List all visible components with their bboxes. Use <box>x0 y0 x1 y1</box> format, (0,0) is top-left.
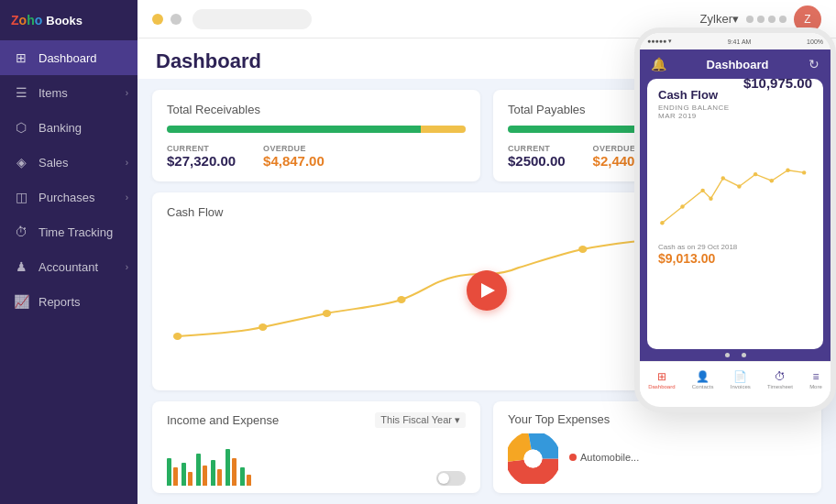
income-expense-header: Income and Expense This Fiscal Year ▾ <box>167 412 466 428</box>
topbar-search[interactable] <box>192 9 312 29</box>
phone-chart <box>658 127 812 237</box>
svg-point-18 <box>754 172 757 176</box>
svg-point-14 <box>700 189 704 192</box>
bar-orange <box>188 472 192 486</box>
svg-point-13 <box>680 204 684 208</box>
sidebar-item-label: Banking <box>38 121 82 135</box>
dashboard-icon: ⊞ <box>13 49 29 66</box>
bar-group-1 <box>167 458 178 486</box>
phone-cash-amount: $9,013.00 <box>658 251 812 266</box>
toggle-container <box>436 471 466 486</box>
phone-nav-timesheet-icon: ⏱ <box>775 370 786 383</box>
bar-green <box>211 460 215 486</box>
phone-nav-timesheet-label: Timesheet <box>767 384 793 389</box>
fiscal-filter[interactable]: This Fiscal Year ▾ <box>375 412 466 428</box>
topbar-action-dots <box>746 16 786 23</box>
bar-green <box>240 467 245 486</box>
total-receivables-card: Total Receivables CURRENT $27,320.00 OVE… <box>152 90 480 181</box>
phone-carousel-dots <box>640 349 830 361</box>
phone-mockup: ●●●●● ▾ 9:41 AM 100% 🔔 Dashboard ↻ Cash … <box>634 27 836 412</box>
sidebar-item-dashboard[interactable]: ⊞ Dashboard <box>0 40 138 75</box>
phone-nav-timesheet[interactable]: ⏱ Timesheet <box>767 370 793 389</box>
bar-orange <box>173 467 178 486</box>
phone-nav-invoices[interactable]: 📄 Invoices <box>731 370 751 389</box>
phone-nav-contacts-label: Contacts <box>692 384 714 389</box>
phone-header-title: Dashboard <box>707 58 769 71</box>
bar-orange <box>203 466 207 486</box>
svg-point-0 <box>173 333 182 340</box>
bar-group-5 <box>226 449 236 486</box>
phone-card: Cash Flow ENDING BALANCE Mar 2019 $10,97… <box>647 79 823 349</box>
toggle-switch[interactable] <box>436 471 466 486</box>
dot3 <box>768 16 776 23</box>
toggle-knob <box>438 473 449 484</box>
sidebar-item-time-tracking[interactable]: ⏱ Time Tracking <box>0 214 138 249</box>
window-close-dot[interactable] <box>152 14 163 25</box>
income-expense-chart <box>167 435 466 486</box>
sidebar-item-label: Accountant <box>38 260 98 274</box>
sidebar-item-reports[interactable]: 📈 Reports <box>0 284 138 319</box>
receivables-progress <box>167 126 466 133</box>
income-expense-card: Income and Expense This Fiscal Year ▾ <box>152 401 480 493</box>
income-expense-title: Income and Expense <box>167 413 279 427</box>
play-button[interactable] <box>467 270 507 311</box>
receivables-overdue: OVERDUE $4,847.00 <box>263 144 324 169</box>
phone-nav-dashboard[interactable]: ⊞ Dashboard <box>648 370 675 389</box>
sidebar-item-label: Items <box>38 86 68 100</box>
svg-point-19 <box>770 179 774 182</box>
phone-nav-contacts[interactable]: 👤 Contacts <box>692 370 714 389</box>
legend-item: Automobile... <box>569 452 639 463</box>
purchases-icon: ◫ <box>13 189 29 205</box>
payables-current: CURRENT $2500.00 <box>508 144 566 169</box>
top-expenses-header: Your Top Expenses <box>508 412 807 426</box>
bell-icon: 🔔 <box>651 57 666 71</box>
sales-icon: ◈ <box>13 154 29 170</box>
phone-card-title: Cash Flow <box>658 88 730 102</box>
phone-nav-more-label: More <box>809 384 822 389</box>
phone-nav-dashboard-icon: ⊞ <box>657 370 666 383</box>
accountant-icon: ♟ <box>13 258 29 275</box>
phone-nav-more[interactable]: ≡ More <box>809 370 822 389</box>
receivables-values: CURRENT $27,320.00 OVERDUE $4,847.00 <box>167 144 466 169</box>
svg-point-16 <box>721 176 725 180</box>
bar-orange <box>247 475 251 486</box>
logo: Zoho Books <box>0 0 138 40</box>
window-minimize-dot[interactable] <box>170 14 182 25</box>
sidebar-item-sales[interactable]: ◈ Sales › <box>0 145 138 180</box>
phone-card-sub: ENDING BALANCE Mar 2019 <box>658 104 730 120</box>
time-tracking-icon: ⏱ <box>13 224 29 240</box>
phone-signal: ●●●●● ▾ <box>647 38 672 45</box>
dot2 <box>757 16 764 23</box>
play-icon <box>481 283 495 298</box>
receivables-current: CURRENT $27,320.00 <box>167 144 236 169</box>
svg-point-15 <box>709 196 712 200</box>
svg-point-3 <box>397 296 405 303</box>
sidebar-item-purchases[interactable]: ◫ Purchases › <box>0 180 138 214</box>
chevron-right-icon: › <box>126 158 128 168</box>
sidebar-item-accountant[interactable]: ♟ Accountant › <box>0 249 138 284</box>
sidebar-item-label: Sales <box>38 156 69 170</box>
svg-point-12 <box>660 221 664 225</box>
svg-point-21 <box>802 170 806 174</box>
logo-books: Books <box>46 14 82 27</box>
sidebar-item-banking[interactable]: ⬡ Banking <box>0 110 138 145</box>
receivables-progress-current <box>167 126 421 133</box>
bar-green <box>182 463 186 486</box>
legend-dot <box>569 454 577 461</box>
phone-time: 9:41 AM <box>728 38 752 45</box>
top-expenses-card: Your Top Expenses Automobile... <box>493 401 821 493</box>
reports-icon: 📈 <box>13 293 29 310</box>
phone-battery: 100% <box>807 38 823 45</box>
banking-icon: ⬡ <box>13 119 29 136</box>
sidebar-item-items[interactable]: ☰ Items › <box>0 75 138 110</box>
expenses-legend: Automobile... <box>569 452 639 466</box>
phone-nav-dashboard-label: Dashboard <box>648 384 675 389</box>
bar-group-3 <box>196 454 207 486</box>
svg-point-1 <box>258 323 267 331</box>
svg-point-11 <box>524 450 543 468</box>
top-expenses-content: Automobile... <box>508 433 807 484</box>
phone-nav-invoices-label: Invoices <box>731 384 751 389</box>
phone-nav-more-icon: ≡ <box>812 370 819 383</box>
refresh-icon: ↻ <box>808 57 820 71</box>
svg-point-17 <box>737 184 741 188</box>
